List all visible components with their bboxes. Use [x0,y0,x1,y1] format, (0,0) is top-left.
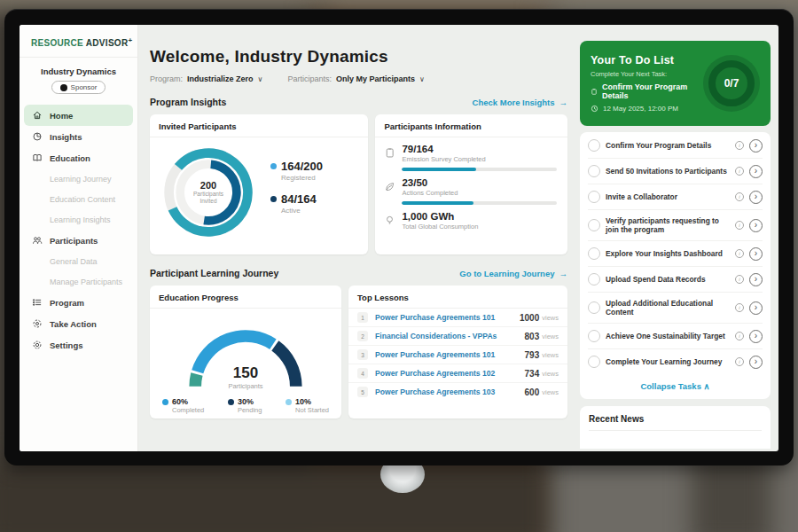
task-go-button[interactable]: › [749,330,763,343]
legend-value: 30% [238,397,254,406]
sidebar-item-education-content[interactable]: Education Content [20,189,137,209]
chevron-down-icon: ∨ [419,75,425,83]
task-checkbox[interactable] [588,191,600,203]
chevron-right-icon: › [755,331,757,340]
sidebar-item-take-action[interactable]: Take Action [20,313,137,334]
legend-dot [270,163,277,169]
sidebar-nav: Home Insights Education Learning Journey… [20,105,137,356]
task-go-button[interactable]: › [749,301,763,315]
lesson-row-2[interactable]: 2 Financial Considerations - VPPAs 803 v… [348,327,567,346]
task-go-button[interactable]: › [749,219,763,232]
program-dropdown[interactable]: Program: Industrialize Zero ∨ [150,74,262,83]
todo-progress-ring: 0/7 [703,55,760,112]
views-count: 734 [525,369,540,379]
donut-center-value: 200 [200,180,216,191]
sidebar-item-education[interactable]: Education [20,147,137,168]
check-more-insights-link[interactable]: Check More Insights → [473,98,567,107]
sidebar-item-manage-participants[interactable]: Manage Participants [20,271,137,292]
app-logo[interactable]: RESOURCE ADVISOR+ [20,25,137,58]
sidebar-item-general-data[interactable]: General Data [20,251,137,271]
lesson-row-5[interactable]: 5 Power Purchase Agreements 103 600 view… [348,383,567,401]
task-go-button[interactable]: › [749,139,763,153]
todo-subtitle: Complete Your Next Task: [591,70,703,78]
stat-value: 1,000 GWh [402,211,557,222]
legend-registered: 164/200 Registered [270,160,323,182]
stat-value: 23/50 [402,177,557,188]
task-row-7[interactable]: Upload Additional Educational Content i … [588,293,763,324]
participants-icon [32,235,43,246]
lesson-link[interactable]: Power Purchase Agreements 101 [375,350,525,359]
task-row-4[interactable]: Verify participants requesting to join t… [588,210,763,241]
task-row-3[interactable]: Invite a Collaborator i › [588,184,763,210]
bulb-icon [384,215,395,226]
info-icon: i [735,357,744,366]
leaf-icon [384,181,395,192]
education-gauge-chart: 150 Participants [179,317,312,390]
task-go-button[interactable]: › [749,191,763,204]
progress-bar [402,168,557,171]
sidebar-item-learning-journey[interactable]: Learning Journey [20,168,137,189]
task-checkbox[interactable] [588,273,600,286]
task-checkbox[interactable] [588,165,600,177]
task-checkbox[interactable] [588,247,600,260]
lesson-link[interactable]: Power Purchase Agreements 101 [375,313,520,322]
task-go-button[interactable]: › [749,273,763,286]
participants-dropdown[interactable]: Participants: Only My Participants ∨ [287,74,424,83]
collapse-label: Collapse Tasks [640,381,700,391]
task-row-2[interactable]: Send 50 Invitations to Participants i › [588,159,763,184]
task-row-9[interactable]: Complete Your Learning Journey i › [588,349,763,374]
task-go-button[interactable]: › [749,165,763,178]
stat-label: Total Global Consumption [402,223,557,231]
invited-participants-card: Invited Participants 200 Participants In… [150,114,368,254]
sidebar-item-settings[interactable]: Settings [20,334,137,356]
sidebar-item-label: Education Content [50,195,115,204]
arrow-right-icon: → [559,269,568,278]
sidebar-item-learning-insights[interactable]: Learning Insights [20,209,137,230]
task-checkbox[interactable] [588,219,600,231]
sidebar-item-participants[interactable]: Participants [20,230,137,251]
info-icon: i [735,141,744,150]
home-icon [32,110,43,121]
sponsor-badge: Sponsor [51,81,106,94]
sidebar-item-program[interactable]: Program [20,292,137,313]
sidebar-item-home[interactable]: Home [24,105,133,126]
lesson-row-1[interactable]: 1 Power Purchase Agreements 101 1000 vie… [348,309,567,327]
lesson-link[interactable]: Power Purchase Agreements 102 [375,369,525,378]
legend-dot [270,196,277,202]
stat-label: Actions Completed [402,189,557,197]
survey-icon [384,147,395,159]
chevron-down-icon: ∨ [258,75,263,83]
recent-news-card: Recent News [580,406,771,449]
views-suffix: views [542,388,559,396]
task-row-5[interactable]: Explore Your Insights Dashboard i › [588,241,763,267]
task-checkbox[interactable] [588,139,600,152]
page-title: Welcome, Industry Dynamics [150,47,567,66]
task-row-8[interactable]: Achieve One Sustainability Target i › [588,324,763,349]
task-checkbox[interactable] [588,330,600,342]
views-suffix: views [542,314,559,322]
clipboard-icon [591,88,598,96]
lesson-link[interactable]: Financial Considerations - VPPAs [375,332,525,340]
task-checkbox[interactable] [588,356,600,368]
sidebar-item-label: Home [50,111,73,121]
logo-resource: RESOURCE [31,38,83,48]
info-icon: i [735,275,744,284]
donut-center-label: Participants Invited [188,191,229,205]
participants-label: Participants: [287,74,332,83]
task-label: Explore Your Insights Dashboard [606,249,730,259]
collapse-tasks-link[interactable]: Collapse Tasks ∧ [588,374,763,395]
lesson-row-3[interactable]: 3 Power Purchase Agreements 101 793 view… [348,346,567,364]
gauge-center-label: Participants [179,382,312,390]
legend-label: Registered [281,174,323,182]
task-row-1[interactable]: Confirm Your Program Details i › [588,133,763,159]
lesson-row-4[interactable]: 4 Power Purchase Agreements 102 734 view… [348,364,567,383]
legend-label: Completed [172,406,204,414]
task-go-button[interactable]: › [749,247,763,261]
sidebar-item-insights[interactable]: Insights [20,126,137,147]
task-checkbox[interactable] [588,301,600,314]
task-row-6[interactable]: Upload Spend Data Records i › [588,267,763,293]
program-label: Program: [150,74,183,83]
task-go-button[interactable]: › [749,356,763,369]
go-to-learning-journey-link[interactable]: Go to Learning Journey → [459,269,567,278]
lesson-link[interactable]: Power Purchase Agreements 103 [375,387,525,396]
